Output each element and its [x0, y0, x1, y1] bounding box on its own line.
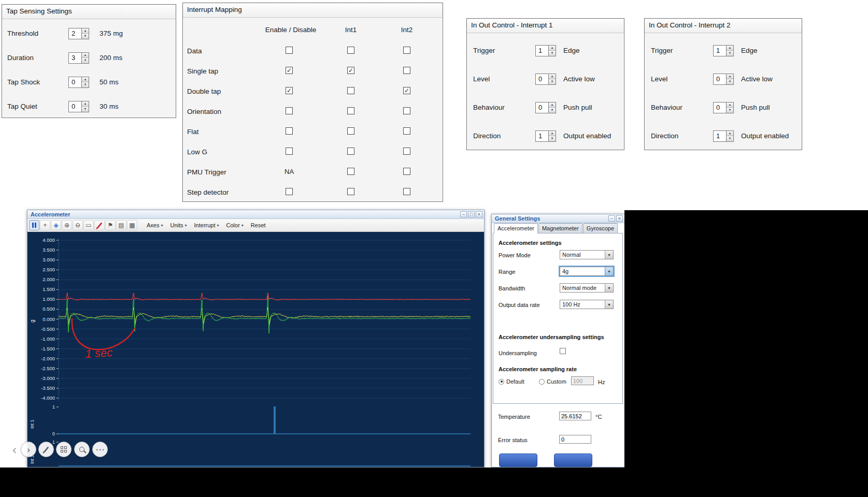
spinner-up-button[interactable]: ▲: [727, 74, 733, 80]
tab-accelerometer[interactable]: Accelerometer: [494, 223, 538, 233]
window-titlebar[interactable]: Accelerometer −□×: [27, 210, 484, 219]
int2-checkbox[interactable]: [403, 47, 410, 54]
spinner-trigger[interactable]: 1▲▼: [535, 45, 556, 56]
enable-checkbox[interactable]: [286, 127, 293, 135]
radio-custom[interactable]: Custom: [539, 378, 566, 385]
spinner-value[interactable]: 1: [536, 46, 548, 56]
int1-checkbox[interactable]: [347, 87, 354, 94]
int1-checkbox[interactable]: ✓: [347, 67, 354, 74]
maximize-button[interactable]: □: [468, 211, 475, 217]
spinner-down-button[interactable]: ▼: [549, 136, 556, 141]
spinner-down-button[interactable]: ▼: [549, 108, 556, 113]
spinner-direction[interactable]: 1▲▼: [535, 130, 556, 142]
pause-icon[interactable]: [29, 220, 39, 230]
spinner-direction[interactable]: 1▲▼: [713, 130, 734, 142]
dropdown-range[interactable]: 4g▼: [560, 267, 614, 276]
spinner-down-button[interactable]: ▼: [82, 58, 89, 63]
spinner-down-button[interactable]: ▼: [82, 107, 89, 112]
error-status-input[interactable]: [559, 435, 591, 444]
dropdown-power-mode[interactable]: Normal▼: [560, 250, 614, 259]
enable-checkbox[interactable]: [286, 47, 293, 54]
enable-checkbox[interactable]: [286, 188, 293, 195]
spinner-down-button[interactable]: ▼: [727, 108, 733, 113]
dropdown-output-data-rate[interactable]: 100 Hz▼: [560, 300, 614, 309]
enable-checkbox[interactable]: [286, 107, 293, 114]
enable-checkbox[interactable]: [286, 148, 293, 155]
minimize-button[interactable]: −: [460, 211, 467, 217]
int1-checkbox[interactable]: [347, 127, 354, 135]
radio-default[interactable]: Default: [499, 378, 524, 385]
int2-checkbox[interactable]: [403, 127, 410, 135]
spinner-up-button[interactable]: ▲: [727, 131, 733, 137]
spinner-down-button[interactable]: ▼: [727, 79, 733, 84]
close-button[interactable]: ×: [476, 211, 482, 217]
pan-icon[interactable]: +: [40, 220, 50, 230]
spinner-value[interactable]: 0: [69, 77, 81, 87]
spinner-duration[interactable]: 3▲▼: [68, 52, 89, 64]
int2-checkbox[interactable]: [403, 148, 410, 155]
spinner-value[interactable]: 0: [536, 103, 548, 113]
temperature-input[interactable]: [559, 412, 591, 420]
spinner-behaviour[interactable]: 0▲▼: [535, 102, 556, 113]
tab-gyroscope[interactable]: Gyroscope: [583, 223, 618, 233]
undersampling-checkbox[interactable]: [560, 348, 566, 354]
minimize-button[interactable]: −: [608, 215, 615, 222]
spinner-down-button[interactable]: ▼: [727, 136, 733, 141]
custom-rate-input[interactable]: [571, 376, 594, 385]
spinner-up-button[interactable]: ▲: [549, 103, 556, 108]
select-region-icon[interactable]: ▭: [83, 220, 94, 230]
spinner-up-button[interactable]: ▲: [549, 74, 556, 80]
nav-forward-button[interactable]: ›: [21, 442, 36, 457]
spinner-level[interactable]: 0▲▼: [713, 74, 734, 85]
pen-tool-button[interactable]: [38, 442, 54, 457]
tab-magnetometer[interactable]: Magnetometer: [538, 223, 582, 233]
chevron-left-icon[interactable]: ‹: [12, 444, 17, 456]
spinner-down-button[interactable]: ▼: [82, 34, 89, 39]
action-button-1[interactable]: [499, 454, 537, 467]
int1-checkbox[interactable]: [347, 47, 354, 54]
int2-checkbox[interactable]: [403, 67, 410, 74]
spinner-value[interactable]: 0: [714, 103, 726, 113]
spinner-value[interactable]: 0: [714, 74, 726, 84]
menu-color[interactable]: Color▾: [223, 220, 247, 230]
int1-checkbox[interactable]: [347, 188, 354, 195]
int1-checkbox[interactable]: [347, 148, 354, 155]
spinner-up-button[interactable]: ▲: [82, 101, 89, 107]
int2-checkbox[interactable]: ✓: [403, 87, 410, 94]
spinner-up-button[interactable]: ▲: [549, 131, 556, 137]
spinner-threshold[interactable]: 2▲▼: [68, 28, 89, 39]
menu-axes[interactable]: Axes▾: [143, 220, 166, 230]
spinner-behaviour[interactable]: 0▲▼: [713, 102, 734, 113]
int2-checkbox[interactable]: [403, 168, 410, 175]
spinner-down-button[interactable]: ▼: [82, 82, 89, 87]
action-button-2[interactable]: [554, 454, 592, 467]
int2-checkbox[interactable]: [403, 188, 410, 195]
spinner-tap-shock[interactable]: 0▲▼: [68, 77, 89, 88]
spinner-value[interactable]: 1: [714, 131, 726, 141]
spinner-value[interactable]: 1: [714, 46, 726, 56]
spinner-up-button[interactable]: ▲: [727, 46, 733, 51]
spinner-down-button[interactable]: ▼: [549, 51, 556, 56]
spinner-level[interactable]: 0▲▼: [535, 74, 556, 85]
dropdown-bandwidth[interactable]: Normal mode▼: [560, 283, 614, 293]
track-icon[interactable]: ◈: [51, 220, 61, 230]
enable-checkbox[interactable]: ✓: [286, 87, 293, 94]
spinner-trigger[interactable]: 1▲▼: [713, 45, 734, 56]
close-button[interactable]: ×: [616, 215, 623, 222]
spinner-up-button[interactable]: ▲: [549, 46, 556, 51]
flag-icon[interactable]: ⚑: [105, 220, 116, 230]
spinner-up-button[interactable]: ▲: [727, 103, 733, 108]
zoom-out-icon[interactable]: ⊖: [73, 220, 83, 230]
zoom-in-icon[interactable]: ⊕: [62, 220, 72, 230]
zoom-tool-button[interactable]: [74, 442, 90, 457]
spinner-value[interactable]: 0: [69, 101, 81, 112]
int1-checkbox[interactable]: [347, 107, 354, 114]
menu-interrupt[interactable]: Interrupt▾: [191, 220, 223, 230]
spinner-value[interactable]: 2: [69, 28, 81, 39]
grid-tool-button[interactable]: [56, 442, 72, 457]
spinner-value[interactable]: 1: [536, 131, 548, 141]
spinner-up-button[interactable]: ▲: [82, 77, 89, 83]
menu-units[interactable]: Units▾: [166, 220, 190, 230]
enable-checkbox[interactable]: ✓: [286, 67, 293, 74]
int1-checkbox[interactable]: [347, 168, 354, 175]
